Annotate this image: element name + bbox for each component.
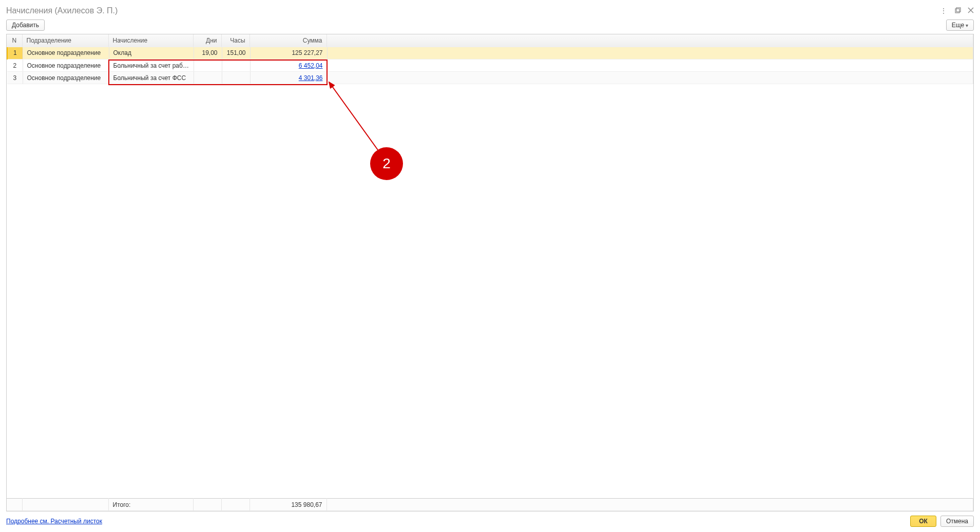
toolbar: Добавить Еще: [6, 19, 974, 31]
cell-hours: [222, 60, 250, 72]
annotation-arrow: [325, 78, 397, 165]
cell-days: 19,00: [194, 47, 222, 60]
col-header-sum[interactable]: Сумма: [249, 34, 326, 47]
footer-label: Итого:: [108, 499, 193, 511]
cell-hours: [222, 72, 250, 84]
table-header-row: N Подразделение Начисление Дни Часы Сумм…: [7, 34, 973, 47]
table-body-area[interactable]: 1Основное подразделениеОклад19,00151,001…: [7, 47, 973, 499]
accruals-table-footer: Итого: 135 980,67: [7, 498, 973, 511]
footer-rest: [326, 499, 973, 511]
restore-icon[interactable]: [954, 7, 962, 15]
footer-days: [193, 499, 221, 511]
accruals-table: N Подразделение Начисление Дни Часы Сумм…: [7, 34, 973, 47]
cell-n: 1: [7, 47, 23, 60]
table-row[interactable]: 1Основное подразделениеОклад19,00151,001…: [7, 47, 973, 60]
cancel-button[interactable]: Отмена: [940, 516, 974, 527]
col-header-accr[interactable]: Начисление: [108, 34, 193, 47]
cell-hours: 151,00: [222, 47, 250, 60]
svg-rect-1: [956, 8, 960, 12]
accruals-table-body: 1Основное подразделениеОклад19,00151,001…: [7, 47, 973, 85]
table-row[interactable]: 2Основное подразделениеБольничный за сче…: [7, 60, 973, 72]
footer-dept: [22, 499, 108, 511]
footer-row: Итого: 135 980,67: [7, 499, 973, 511]
more-button[interactable]: Еще: [946, 19, 974, 31]
cell-rest: [327, 72, 973, 84]
title-bar: Начисления (Ахилесов Э. П.) ⋮: [6, 4, 974, 17]
action-buttons: ОК Отмена: [910, 516, 974, 527]
accruals-table-container: N Подразделение Начисление Дни Часы Сумм…: [6, 34, 974, 511]
sum-link[interactable]: 6 452,04: [299, 62, 323, 69]
cell-rest: [327, 60, 973, 72]
cell-n: 3: [7, 72, 23, 84]
details-link[interactable]: Подробнее см. Расчетный листок: [6, 518, 102, 525]
add-button[interactable]: Добавить: [6, 19, 45, 31]
footer-hours: [221, 499, 249, 511]
cell-dept: Основное подразделение: [23, 47, 109, 60]
col-header-hours[interactable]: Часы: [221, 34, 249, 47]
cell-dept: Основное подразделение: [23, 60, 109, 72]
cell-accr: Оклад: [109, 47, 194, 60]
app-window: Начисления (Ахилесов Э. П.) ⋮ Добавить Е…: [0, 0, 980, 532]
col-header-days[interactable]: Дни: [193, 34, 221, 47]
cell-sum: 125 227,27: [250, 47, 327, 60]
cell-accr: Больничный за счет ФСС: [109, 72, 194, 84]
cell-days: [194, 72, 222, 84]
ok-button[interactable]: ОК: [910, 516, 936, 527]
window-controls: ⋮: [940, 7, 974, 15]
footer-n: [7, 499, 22, 511]
annotation-badge-2: 2: [370, 147, 403, 180]
sum-link[interactable]: 4 301,36: [299, 74, 323, 82]
close-icon[interactable]: [968, 7, 974, 14]
cell-n: 2: [7, 60, 23, 72]
cell-days: [194, 60, 222, 72]
col-header-dept[interactable]: Подразделение: [22, 34, 108, 47]
col-header-rest: [326, 34, 973, 47]
cell-sum[interactable]: 6 452,04: [250, 60, 327, 72]
cell-rest: [327, 47, 973, 60]
footer-sum: 135 980,67: [249, 499, 326, 511]
cell-sum[interactable]: 4 301,36: [250, 72, 327, 84]
bottom-bar: Подробнее см. Расчетный листок ОК Отмена: [6, 516, 974, 527]
more-options-icon[interactable]: ⋮: [940, 7, 948, 14]
svg-rect-0: [955, 9, 959, 13]
table-row[interactable]: 3Основное подразделениеБольничный за сче…: [7, 72, 973, 84]
cell-accr: Больничный за счет работода...: [109, 60, 194, 72]
cell-dept: Основное подразделение: [23, 72, 109, 84]
window-title: Начисления (Ахилесов Э. П.): [6, 6, 118, 15]
annotation-badge-label: 2: [382, 155, 391, 172]
svg-line-5: [329, 82, 381, 155]
col-header-n[interactable]: N: [7, 34, 22, 47]
